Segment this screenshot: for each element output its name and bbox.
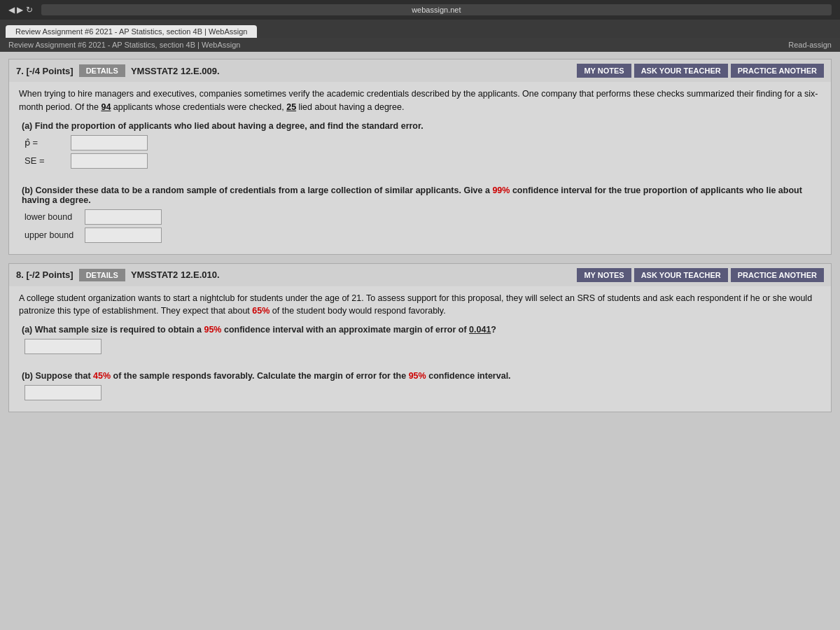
- q7-num25: 25: [286, 102, 296, 112]
- q8-sample-size-input[interactable]: [24, 339, 102, 354]
- q7-details-button[interactable]: DETAILS: [79, 64, 125, 77]
- q7-points: 7. [-/4 Points]: [16, 66, 74, 76]
- read-assign: Read-assign: [788, 41, 832, 49]
- q7-my-notes-button[interactable]: MY NOTES: [577, 64, 631, 78]
- main-content: 7. [-/4 Points] DETAILS YMSSTAT2 12.E.00…: [0, 52, 840, 630]
- q7-lower-row: lower bound: [24, 209, 821, 225]
- q7-confidence: 99%: [492, 186, 510, 195]
- q7-phat-row: p̂ =: [24, 135, 821, 150]
- tab-bar: Review Assignment #6 2021 - AP Statistic…: [0, 20, 840, 38]
- q7-practice-button[interactable]: PRACTICE ANOTHER: [731, 64, 824, 78]
- question-8-header: 8. [-/2 Points] DETAILS YMSSTAT2 12.E.01…: [9, 264, 831, 286]
- question-7-block: 7. [-/4 Points] DETAILS YMSSTAT2 12.E.00…: [8, 59, 832, 255]
- active-tab[interactable]: Review Assignment #6 2021 - AP Statistic…: [6, 25, 257, 38]
- q7-lower-input[interactable]: [85, 209, 162, 225]
- q7-part-a-label: (a) Find the proportion of applicants wh…: [22, 121, 821, 131]
- q8-part-a-label: (a) What sample size is required to obta…: [22, 325, 821, 335]
- q8-part-a-row: [24, 339, 821, 354]
- q8-ask-teacher-button[interactable]: ASK YOUR TEACHER: [634, 268, 728, 282]
- q7-upper-label: upper bound: [24, 230, 80, 240]
- q7-num94: 94: [101, 102, 111, 112]
- question-7-header: 7. [-/4 Points] DETAILS YMSSTAT2 12.E.00…: [9, 59, 831, 82]
- q7-lower-label: lower bound: [24, 212, 80, 222]
- q8-action-buttons: MY NOTES ASK YOUR TEACHER PRACTICE ANOTH…: [577, 268, 824, 282]
- q7-action-buttons: MY NOTES ASK YOUR TEACHER PRACTICE ANOTH…: [577, 64, 824, 78]
- q8-my-notes-button[interactable]: MY NOTES: [577, 268, 631, 282]
- q7-upper-row: upper bound: [24, 227, 821, 243]
- q7-upper-input[interactable]: [85, 227, 162, 243]
- question-8-body: A college student organization wants to …: [9, 286, 831, 412]
- browser-chrome: ◀ ▶ ↻ webassign.net: [0, 0, 840, 20]
- q7-se-label: SE =: [24, 155, 66, 166]
- q7-se-row: SE =: [24, 153, 821, 169]
- question-8-block: 8. [-/2 Points] DETAILS YMSSTAT2 12.E.01…: [8, 263, 832, 413]
- q8-details-button[interactable]: DETAILS: [79, 269, 125, 281]
- q8-problem-id: YMSSTAT2 12.E.010.: [131, 270, 572, 280]
- q7-problem-id: YMSSTAT2 12.E.009.: [131, 66, 572, 76]
- question-7-body: When trying to hire managers and executi…: [9, 82, 831, 254]
- q7-phat-input[interactable]: [71, 135, 148, 150]
- browser-controls: ◀ ▶ ↻: [8, 5, 33, 15]
- q8-a-confidence: 95%: [204, 325, 221, 335]
- q8-margin-error-input[interactable]: [24, 385, 102, 400]
- assignment-header: Review Assignment #6 2021 - AP Statistic…: [0, 38, 840, 52]
- q7-phat-label: p̂ =: [24, 137, 66, 148]
- q8-pct65: 65%: [252, 306, 270, 316]
- q8-points: 8. [-/2 Points]: [16, 270, 74, 280]
- q8-b-confidence: 95%: [409, 371, 426, 381]
- q8-part-b-label: (b) Suppose that 45% of the sample respo…: [22, 371, 821, 381]
- q8-part-b-row: [24, 385, 821, 400]
- q7-part-b-label: (b) Consider these data to be a random s…: [22, 186, 821, 205]
- assignment-title: Review Assignment #6 2021 - AP Statistic…: [8, 41, 240, 49]
- q7-se-input[interactable]: [71, 153, 148, 169]
- q8-b-pct45: 45%: [93, 371, 111, 381]
- q7-problem-text: When trying to hire managers and executi…: [19, 88, 821, 114]
- q8-practice-button[interactable]: PRACTICE ANOTHER: [731, 268, 824, 282]
- q8-a-margin: 0.041: [469, 325, 491, 335]
- url-bar[interactable]: webassign.net: [41, 4, 832, 15]
- q8-problem-text: A college student organization wants to …: [19, 292, 821, 318]
- q7-ask-teacher-button[interactable]: ASK YOUR TEACHER: [634, 64, 728, 78]
